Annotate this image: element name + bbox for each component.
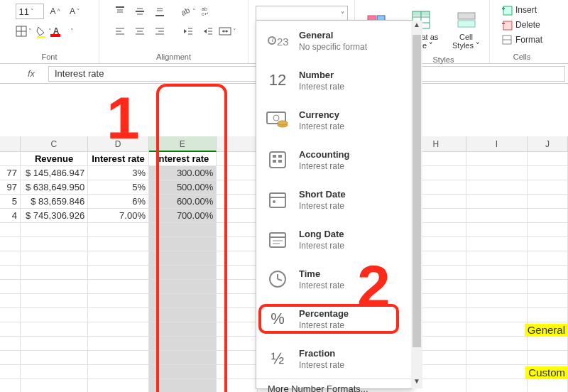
number-format-dropdown: 23GeneralNo specific format12NumberInter… [256,20,412,389]
alignment-group-label: Alignment [156,53,191,63]
svg-marker-3 [37,27,44,36]
cells-group-label: Cells [513,53,530,63]
format-option-currency[interactable]: CurrencyInterest rate [256,100,411,140]
cell-revenue[interactable]: $ 83,659.846 [21,195,88,209]
format-option-fraction[interactable]: ½FractionInterest rate [256,339,411,379]
font-group: 11 ˅ A^ A˅ ˅ ˅ A˅ Font [0,0,99,63]
format-button[interactable]: Format [501,33,542,47]
format-option-title: Number [299,70,344,80]
align-right-icon[interactable] [151,23,168,40]
svg-text:ab: ab [202,6,207,11]
scroll-up-icon[interactable]: ▲ [411,21,422,32]
cell-rate-e[interactable]: 700.00% [149,209,217,223]
format-option-subtitle: Interest rate [299,161,350,171]
alignment-group: ab˅ abc↵ ˅ Alignment [99,0,248,63]
dropdown-scrollbar[interactable]: ▲ ▼ [411,21,422,388]
font-color-icon[interactable]: A˅ [55,23,72,40]
format-option-subtitle: Interest rate [299,201,346,211]
cell-rate-d[interactable]: 3% [88,166,149,180]
wrap-text-icon[interactable]: abc↵ [200,3,217,20]
svg-marker-31 [204,29,207,33]
fill-color-icon[interactable]: ˅ [36,23,53,40]
decrease-indent-icon[interactable] [180,23,197,40]
colhead-i[interactable]: I [466,136,528,152]
hdr-rate-e[interactable]: Interest rate [149,152,217,166]
colhead-blank[interactable] [0,136,21,152]
svg-rect-49 [458,21,475,27]
svg-text:ab: ab [180,6,191,17]
align-middle-icon[interactable] [131,3,148,20]
cell-revenue[interactable]: $ 745,306.926 [21,209,88,223]
align-left-icon[interactable] [111,23,129,40]
format-option-general[interactable]: 23GeneralNo specific format [256,21,411,60]
scroll-thumb[interactable] [413,35,421,347]
merge-center-icon[interactable]: ˅ [219,23,236,40]
cell-rate-d[interactable]: 6% [88,195,149,209]
increase-indent-icon[interactable] [200,23,217,40]
more-number-formats[interactable]: More Number Formats... [256,379,411,392]
cell-rate-d[interactable]: 7.00% [88,209,149,223]
svg-rect-63 [270,152,285,168]
cell-rate-e[interactable]: 600.00% [149,195,217,209]
align-top-icon[interactable] [111,3,129,20]
decrease-font-icon[interactable]: A˅ [67,3,84,20]
colhead-j[interactable]: J [528,136,568,152]
format-option-title: Accounting [299,149,350,160]
sticky-general: General [525,324,568,336]
hdr-rate-d[interactable]: Interest rate [88,152,149,166]
format-option-subtitle: Interest rate [299,320,349,330]
colhead-gap [217,136,257,152]
svg-marker-37 [222,30,224,33]
fx-icon[interactable]: fx [17,68,45,79]
colhead-d[interactable]: D [88,136,149,152]
align-center-icon[interactable] [131,23,148,40]
svg-rect-67 [278,160,282,163]
delete-button[interactable]: Delete [501,18,542,32]
svg-rect-48 [458,13,475,19]
svg-rect-64 [273,155,276,158]
format-option-title: Long Date [299,229,344,239]
svg-rect-47 [413,11,430,16]
orientation-icon[interactable]: ab˅ [180,3,197,20]
colhead-e[interactable]: E [149,136,217,152]
font-size-combo[interactable]: 11 ˅ [16,4,44,19]
svg-rect-5 [50,34,60,37]
sticky-custom: Custom [525,366,568,379]
hdr-revenue[interactable]: Revenue [21,152,88,166]
cell-rate-e[interactable]: 500.00% [149,180,217,195]
fraction-icon: ½ [265,346,290,371]
number-icon: 12 [265,67,290,93]
colhead-c[interactable]: C [21,136,88,152]
format-option-title: Fraction [299,348,344,359]
cell-rate-d[interactable]: 5% [88,180,149,195]
percentage-icon: % [265,306,290,332]
format-option-title: Currency [299,109,344,120]
format-option-percentage[interactable]: %PercentageInterest rate [256,299,411,339]
cell-styles-button[interactable]: Cell Styles ˅ [445,3,488,55]
align-bottom-icon[interactable] [151,3,168,20]
increase-font-icon[interactable]: A^ [47,3,64,20]
scroll-down-icon[interactable]: ▼ [411,377,422,388]
borders-icon[interactable]: ˅ [16,23,33,40]
svg-text:c↵: c↵ [202,11,209,16]
shortdate-icon [265,187,290,212]
svg-marker-27 [184,29,187,33]
format-option-time[interactable]: TimeInterest rate [256,259,411,299]
format-option-long-date[interactable]: Long DateInterest rate [256,219,411,259]
svg-rect-50 [503,6,512,15]
cell-revenue[interactable]: $ 638,649.950 [21,180,88,195]
cell-revenue[interactable]: $ 145,486.947 [21,166,88,180]
svg-rect-68 [270,193,285,207]
format-option-title: General [299,30,367,40]
styles-group-label: Styles [433,55,454,66]
svg-point-70 [273,200,275,203]
format-option-number[interactable]: 12NumberInterest rate [256,60,411,100]
format-option-accounting[interactable]: AccountingInterest rate [256,140,411,180]
cells-group: Insert Delete Format Cells [490,0,554,63]
cell-rate-e[interactable]: 300.00% [149,166,217,180]
format-option-subtitle: No specific format [299,42,367,52]
svg-point-62 [278,121,288,125]
format-option-short-date[interactable]: Short DateInterest rate [256,180,411,219]
svg-rect-65 [278,155,282,158]
insert-button[interactable]: Insert [501,3,542,17]
